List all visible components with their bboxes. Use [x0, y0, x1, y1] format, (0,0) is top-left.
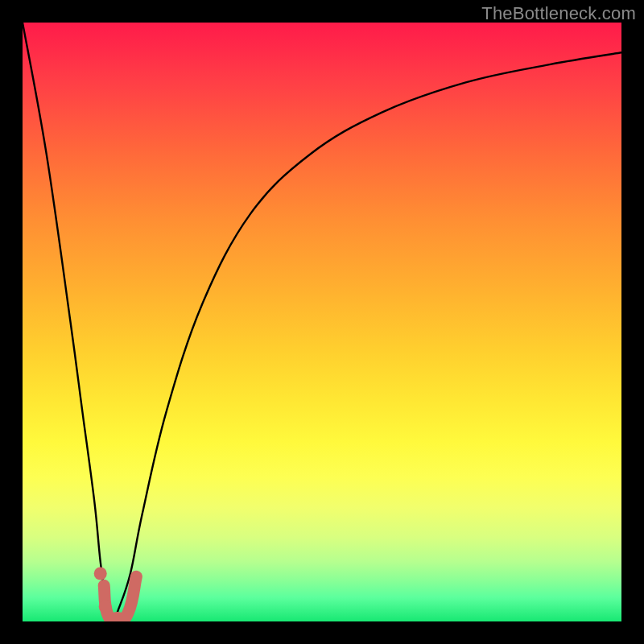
bottleneck-curve-path [23, 23, 621, 621]
marker-dot-lower [99, 600, 112, 613]
bottleneck-curve [23, 23, 621, 621]
j-shape-highlight [104, 576, 136, 620]
j-shape-path [104, 576, 136, 620]
watermark-text: TheBottleneck.com [481, 3, 636, 24]
chart-frame: TheBottleneck.com [0, 0, 644, 644]
chart-svg [23, 23, 621, 621]
marker-dot-upper [94, 567, 107, 580]
plot-area [23, 23, 621, 621]
